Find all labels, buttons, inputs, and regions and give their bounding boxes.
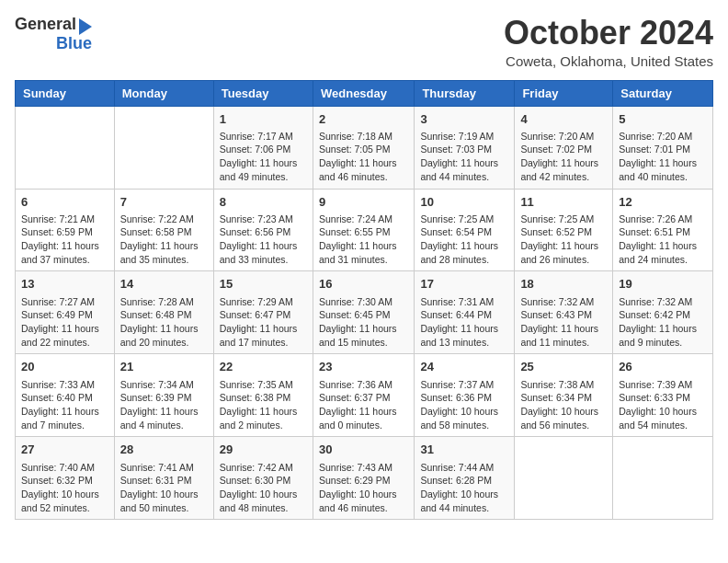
day-number: 30: [319, 442, 408, 458]
calendar-cell: 17Sunrise: 7:31 AM Sunset: 6:44 PM Dayli…: [415, 271, 515, 354]
column-header-tuesday: Tuesday: [213, 80, 313, 106]
day-number: 25: [520, 359, 607, 375]
column-header-sunday: Sunday: [16, 80, 115, 106]
calendar-cell: 24Sunrise: 7:37 AM Sunset: 6:36 PM Dayli…: [415, 354, 515, 437]
logo-text-general: General: [15, 16, 76, 34]
day-info: Sunrise: 7:25 AM Sunset: 6:52 PM Dayligh…: [520, 213, 607, 267]
calendar-cell: 29Sunrise: 7:42 AM Sunset: 6:30 PM Dayli…: [213, 437, 313, 520]
calendar-header-row: SundayMondayTuesdayWednesdayThursdayFrid…: [16, 80, 713, 106]
column-header-monday: Monday: [114, 80, 213, 106]
day-number: 29: [220, 442, 307, 458]
calendar-week-row: 27Sunrise: 7:40 AM Sunset: 6:32 PM Dayli…: [16, 437, 713, 520]
day-number: 16: [319, 276, 408, 293]
location: Coweta, Oklahoma, United States: [504, 53, 713, 69]
day-number: 21: [120, 359, 208, 375]
calendar-cell: 14Sunrise: 7:28 AM Sunset: 6:48 PM Dayli…: [114, 271, 213, 354]
day-number: 23: [319, 359, 408, 375]
column-header-friday: Friday: [515, 80, 613, 106]
day-info: Sunrise: 7:41 AM Sunset: 6:31 PM Dayligh…: [120, 461, 208, 515]
day-number: 20: [21, 359, 108, 375]
calendar-cell: 13Sunrise: 7:27 AM Sunset: 6:49 PM Dayli…: [16, 271, 115, 354]
calendar-cell: 22Sunrise: 7:35 AM Sunset: 6:38 PM Dayli…: [213, 354, 313, 437]
day-number: 14: [120, 276, 208, 293]
day-info: Sunrise: 7:38 AM Sunset: 6:34 PM Dayligh…: [520, 378, 607, 432]
day-info: Sunrise: 7:22 AM Sunset: 6:58 PM Dayligh…: [120, 213, 208, 267]
calendar-cell: 5Sunrise: 7:20 AM Sunset: 7:01 PM Daylig…: [613, 106, 713, 189]
calendar-table: SundayMondayTuesdayWednesdayThursdayFrid…: [15, 80, 713, 521]
day-number: 31: [420, 442, 508, 458]
day-number: 18: [520, 276, 607, 293]
day-number: 15: [220, 276, 307, 293]
day-info: Sunrise: 7:32 AM Sunset: 6:42 PM Dayligh…: [619, 295, 707, 350]
calendar-cell: [16, 106, 115, 189]
calendar-week-row: 1Sunrise: 7:17 AM Sunset: 7:06 PM Daylig…: [16, 106, 713, 189]
calendar-cell: 28Sunrise: 7:41 AM Sunset: 6:31 PM Dayli…: [114, 437, 213, 520]
calendar-cell: 11Sunrise: 7:25 AM Sunset: 6:52 PM Dayli…: [515, 189, 613, 271]
column-header-thursday: Thursday: [415, 80, 515, 106]
day-info: Sunrise: 7:30 AM Sunset: 6:45 PM Dayligh…: [319, 295, 408, 350]
day-info: Sunrise: 7:17 AM Sunset: 7:06 PM Dayligh…: [220, 130, 307, 184]
calendar-cell: 18Sunrise: 7:32 AM Sunset: 6:43 PM Dayli…: [515, 271, 613, 354]
calendar-cell: 27Sunrise: 7:40 AM Sunset: 6:32 PM Dayli…: [16, 437, 115, 520]
day-number: 12: [619, 194, 707, 211]
day-number: 4: [520, 111, 607, 128]
day-info: Sunrise: 7:20 AM Sunset: 7:01 PM Dayligh…: [619, 130, 707, 184]
day-info: Sunrise: 7:36 AM Sunset: 6:37 PM Dayligh…: [319, 378, 408, 432]
day-number: 10: [420, 194, 508, 211]
day-info: Sunrise: 7:24 AM Sunset: 6:55 PM Dayligh…: [319, 213, 408, 267]
day-info: Sunrise: 7:37 AM Sunset: 6:36 PM Dayligh…: [420, 378, 508, 432]
day-info: Sunrise: 7:26 AM Sunset: 6:51 PM Dayligh…: [619, 213, 707, 267]
day-number: 22: [220, 359, 307, 375]
calendar-cell: 8Sunrise: 7:23 AM Sunset: 6:56 PM Daylig…: [213, 189, 313, 271]
calendar-cell: 7Sunrise: 7:22 AM Sunset: 6:58 PM Daylig…: [114, 189, 213, 271]
day-info: Sunrise: 7:23 AM Sunset: 6:56 PM Dayligh…: [220, 213, 307, 267]
logo-text-blue: Blue: [56, 35, 92, 53]
calendar-cell: 2Sunrise: 7:18 AM Sunset: 7:05 PM Daylig…: [313, 106, 414, 189]
calendar-cell: 20Sunrise: 7:33 AM Sunset: 6:40 PM Dayli…: [16, 354, 115, 437]
day-info: Sunrise: 7:20 AM Sunset: 7:02 PM Dayligh…: [520, 130, 607, 184]
calendar-cell: 31Sunrise: 7:44 AM Sunset: 6:28 PM Dayli…: [415, 437, 515, 520]
calendar-cell: 3Sunrise: 7:19 AM Sunset: 7:03 PM Daylig…: [415, 106, 515, 189]
calendar-cell: 26Sunrise: 7:39 AM Sunset: 6:33 PM Dayli…: [613, 354, 713, 437]
day-info: Sunrise: 7:44 AM Sunset: 6:28 PM Dayligh…: [420, 461, 508, 515]
calendar-cell: 12Sunrise: 7:26 AM Sunset: 6:51 PM Dayli…: [613, 189, 713, 271]
day-info: Sunrise: 7:31 AM Sunset: 6:44 PM Dayligh…: [420, 295, 508, 350]
day-number: 6: [21, 194, 108, 211]
day-number: 19: [619, 276, 707, 293]
day-number: 28: [120, 442, 208, 458]
calendar-cell: 9Sunrise: 7:24 AM Sunset: 6:55 PM Daylig…: [313, 189, 414, 271]
day-info: Sunrise: 7:28 AM Sunset: 6:48 PM Dayligh…: [120, 295, 208, 350]
day-info: Sunrise: 7:43 AM Sunset: 6:29 PM Dayligh…: [319, 461, 408, 515]
day-number: 13: [21, 276, 108, 293]
logo-arrow-icon: [79, 18, 92, 35]
day-info: Sunrise: 7:39 AM Sunset: 6:33 PM Dayligh…: [619, 378, 707, 432]
day-info: Sunrise: 7:19 AM Sunset: 7:03 PM Dayligh…: [420, 130, 508, 184]
calendar-cell: 4Sunrise: 7:20 AM Sunset: 7:02 PM Daylig…: [515, 106, 613, 189]
day-number: 27: [21, 442, 108, 458]
day-info: Sunrise: 7:21 AM Sunset: 6:59 PM Dayligh…: [21, 213, 108, 267]
day-info: Sunrise: 7:27 AM Sunset: 6:49 PM Dayligh…: [21, 295, 108, 350]
column-header-wednesday: Wednesday: [313, 80, 414, 106]
title-block: October 2024 Coweta, Oklahoma, United St…: [504, 15, 713, 69]
day-number: 26: [619, 359, 707, 375]
day-number: 24: [420, 359, 508, 375]
column-header-saturday: Saturday: [613, 80, 713, 106]
page-header: General Blue October 2024 Coweta, Oklaho…: [15, 15, 713, 69]
day-number: 5: [619, 111, 707, 128]
day-info: Sunrise: 7:25 AM Sunset: 6:54 PM Dayligh…: [420, 213, 508, 267]
calendar-cell: [613, 437, 713, 520]
day-number: 1: [220, 111, 307, 128]
day-info: Sunrise: 7:18 AM Sunset: 7:05 PM Dayligh…: [319, 130, 408, 184]
day-info: Sunrise: 7:34 AM Sunset: 6:39 PM Dayligh…: [120, 378, 208, 432]
day-number: 7: [120, 194, 208, 211]
day-number: 3: [420, 111, 508, 128]
day-info: Sunrise: 7:29 AM Sunset: 6:47 PM Dayligh…: [220, 295, 307, 350]
day-info: Sunrise: 7:32 AM Sunset: 6:43 PM Dayligh…: [520, 295, 607, 350]
day-info: Sunrise: 7:33 AM Sunset: 6:40 PM Dayligh…: [21, 378, 108, 432]
day-number: 2: [319, 111, 408, 128]
calendar-cell: 10Sunrise: 7:25 AM Sunset: 6:54 PM Dayli…: [415, 189, 515, 271]
calendar-cell: 19Sunrise: 7:32 AM Sunset: 6:42 PM Dayli…: [613, 271, 713, 354]
calendar-cell: 21Sunrise: 7:34 AM Sunset: 6:39 PM Dayli…: [114, 354, 213, 437]
day-number: 9: [319, 194, 408, 211]
day-number: 8: [220, 194, 307, 211]
